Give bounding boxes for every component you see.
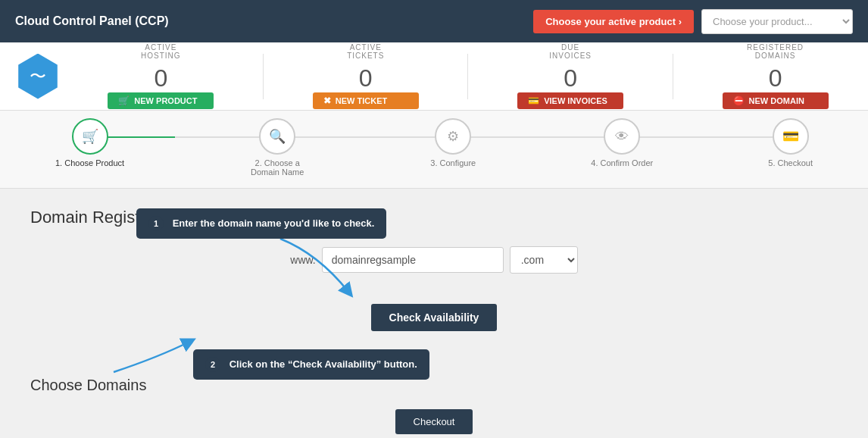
step-circle-2: 🔍 bbox=[259, 118, 295, 155]
arrow-2-icon bbox=[106, 334, 197, 380]
view-invoices-button[interactable]: 💳 VIEW INVOICES bbox=[517, 92, 623, 109]
arrow-1-icon bbox=[273, 231, 364, 307]
step-label-2: 2. Choose a Domain Name bbox=[239, 158, 315, 177]
header-right: Choose your active product › Choose your… bbox=[533, 9, 853, 34]
stat-divider-1 bbox=[263, 54, 264, 99]
steps-bar: 🛒 1. Choose Product 🔍 2. Choose a Domain… bbox=[0, 111, 868, 189]
tld-select[interactable]: .com .net .org .info bbox=[510, 246, 578, 274]
product-select[interactable]: Choose your product... bbox=[701, 9, 853, 34]
stats-bar: 〜 ACTIVEHOSTING 0 🛒 NEW PRODUCT ACTIVETI… bbox=[0, 42, 868, 111]
step-label-1: 1. Choose Product bbox=[55, 158, 124, 167]
step-circle-3: ⚙ bbox=[435, 118, 471, 155]
choose-domains-section: Choose Domains Checkout bbox=[30, 377, 838, 434]
step-label-5: 5. Checkout bbox=[768, 158, 813, 167]
stat-active-hosting: ACTIVEHOSTING 0 🛒 NEW PRODUCT bbox=[108, 43, 214, 109]
stat-group: ACTIVEHOSTING 0 🛒 NEW PRODUCT ACTIVETICK… bbox=[83, 43, 853, 109]
stat-divider-3 bbox=[673, 54, 673, 99]
step-badge-2: 2 bbox=[205, 357, 220, 372]
step-domain-name[interactable]: 🔍 2. Choose a Domain Name bbox=[239, 118, 315, 177]
step-circle-5: 💳 bbox=[773, 118, 809, 155]
header: Cloud Control Panel (CCP) Choose your ac… bbox=[0, 0, 868, 42]
new-domain-button[interactable]: ⛔ NEW DOMAIN bbox=[723, 92, 829, 109]
step-label-3: 3. Configure bbox=[430, 158, 476, 167]
check-availability-button[interactable]: Check Availability bbox=[371, 304, 498, 331]
stat-due-invoices: DUEINVOICES 0 💳 VIEW INVOICES bbox=[517, 43, 623, 109]
domain-row: www. .com .net .org .info bbox=[30, 246, 838, 274]
stat-divider-2 bbox=[467, 54, 468, 99]
tooltip-1: 1 Enter the domain name you'd like to ch… bbox=[136, 208, 386, 239]
stat-registered-domains: REGISTEREDDOMAINS 0 ⛔ NEW DOMAIN bbox=[723, 43, 829, 109]
step-circle-4: 👁 bbox=[604, 118, 640, 155]
checkout-button[interactable]: Checkout bbox=[395, 409, 473, 434]
stat-active-tickets: ACTIVETICKETS 0 ✖ NEW TICKET bbox=[313, 43, 419, 109]
new-ticket-button[interactable]: ✖ NEW TICKET bbox=[313, 92, 419, 109]
step-confirm-order[interactable]: 👁 4. Confirm Order bbox=[591, 118, 653, 167]
main-content: Domain Registration 1 Enter the domain n… bbox=[0, 189, 868, 438]
tooltip-2: 2 Click on the “Check Availability” butt… bbox=[193, 349, 429, 380]
choose-product-button[interactable]: Choose your active product › bbox=[533, 10, 694, 33]
new-product-button[interactable]: 🛒 NEW PRODUCT bbox=[108, 92, 214, 109]
app-title: Cloud Control Panel (CCP) bbox=[15, 14, 169, 28]
logo: 〜 bbox=[15, 54, 61, 99]
step-configure[interactable]: ⚙ 3. Configure bbox=[430, 118, 476, 167]
step-circle-1: 🛒 bbox=[72, 118, 108, 155]
step-badge-1: 1 bbox=[148, 216, 164, 231]
step-choose-product[interactable]: 🛒 1. Choose Product bbox=[55, 118, 124, 167]
step-label-4: 4. Confirm Order bbox=[591, 158, 653, 167]
step-checkout[interactable]: 💳 5. Checkout bbox=[768, 118, 813, 167]
steps-container: 🛒 1. Choose Product 🔍 2. Choose a Domain… bbox=[55, 118, 813, 177]
